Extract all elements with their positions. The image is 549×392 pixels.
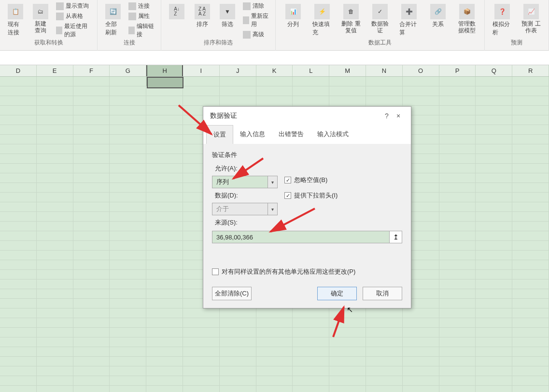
cell[interactable] xyxy=(512,260,549,270)
cell[interactable] xyxy=(183,376,220,386)
cell[interactable] xyxy=(439,376,476,386)
cell[interactable] xyxy=(476,366,512,376)
cell[interactable] xyxy=(110,96,146,106)
cell[interactable] xyxy=(476,280,512,289)
text-to-columns-button[interactable]: 📊分列 xyxy=(282,2,305,30)
cell[interactable] xyxy=(220,337,256,347)
cell[interactable] xyxy=(439,366,476,376)
cell[interactable] xyxy=(476,260,512,270)
cell[interactable] xyxy=(439,231,476,241)
cell[interactable] xyxy=(476,96,512,106)
cell[interactable] xyxy=(256,376,293,386)
tab-input-message[interactable]: 输入信息 xyxy=(233,125,272,144)
cell[interactable] xyxy=(0,135,37,144)
formula-input[interactable] xyxy=(0,51,549,65)
column-header-E[interactable]: E xyxy=(37,65,73,76)
cell[interactable] xyxy=(146,183,183,193)
column-header-Q[interactable]: Q xyxy=(476,65,512,76)
cell[interactable] xyxy=(256,347,293,357)
cell[interactable] xyxy=(439,164,476,173)
cell[interactable] xyxy=(476,241,512,251)
cell[interactable] xyxy=(366,347,403,357)
cell[interactable] xyxy=(512,212,549,222)
ok-button[interactable]: 确定 xyxy=(317,287,357,300)
cell[interactable] xyxy=(110,299,146,308)
cell[interactable] xyxy=(512,125,549,135)
cell[interactable] xyxy=(256,357,293,366)
cell[interactable] xyxy=(37,260,73,270)
in-cell-dropdown-checkbox[interactable]: ✓ 提供下拉箭头(I) xyxy=(284,191,338,200)
cell[interactable] xyxy=(512,173,549,183)
cell[interactable] xyxy=(256,86,293,96)
cell[interactable] xyxy=(110,144,146,154)
column-header-L[interactable]: L xyxy=(293,65,329,76)
cell[interactable] xyxy=(403,366,439,376)
cell[interactable] xyxy=(293,337,329,347)
remove-duplicates-button[interactable]: 🗑删除 重复值 xyxy=(339,2,363,36)
cell[interactable] xyxy=(476,337,512,347)
cell[interactable] xyxy=(37,386,73,392)
cell[interactable] xyxy=(512,183,549,193)
cell[interactable] xyxy=(146,270,183,280)
cell[interactable] xyxy=(37,154,73,164)
cell[interactable] xyxy=(366,386,403,392)
cell[interactable] xyxy=(0,289,37,299)
clear-filter-button[interactable]: 清除 xyxy=(243,2,269,10)
cell[interactable] xyxy=(73,260,110,270)
cell[interactable] xyxy=(256,318,293,328)
cell[interactable] xyxy=(476,376,512,386)
cell[interactable] xyxy=(439,347,476,357)
cell[interactable] xyxy=(37,376,73,386)
cell[interactable] xyxy=(220,386,256,392)
cell[interactable] xyxy=(329,357,366,366)
cell[interactable] xyxy=(73,376,110,386)
cell[interactable] xyxy=(0,164,37,173)
cell[interactable] xyxy=(146,231,183,241)
cell[interactable] xyxy=(146,251,183,260)
cell[interactable] xyxy=(476,251,512,260)
cell[interactable] xyxy=(329,308,366,318)
cell[interactable] xyxy=(183,308,220,318)
cell[interactable] xyxy=(146,125,183,135)
cell[interactable] xyxy=(403,328,439,337)
cell[interactable] xyxy=(110,251,146,260)
connections-button[interactable]: 连接 xyxy=(128,2,155,10)
cell[interactable] xyxy=(37,212,73,222)
cell[interactable] xyxy=(37,241,73,251)
cell[interactable] xyxy=(439,173,476,183)
column-header-P[interactable]: P xyxy=(439,65,476,76)
cell[interactable] xyxy=(0,77,37,86)
sort-button[interactable]: Z AA Z 排序 xyxy=(192,2,211,30)
cell[interactable] xyxy=(73,308,110,318)
cell[interactable] xyxy=(512,270,549,280)
cell[interactable] xyxy=(293,308,329,318)
cell[interactable] xyxy=(110,337,146,347)
cell[interactable] xyxy=(146,260,183,270)
forecast-sheet-button[interactable]: 📈预测 工作表 xyxy=(520,2,543,36)
dialog-help-button[interactable]: ? xyxy=(381,112,393,120)
allow-dropdown-button[interactable]: ▾ xyxy=(268,176,278,188)
cell[interactable] xyxy=(73,106,110,115)
cell[interactable] xyxy=(256,366,293,376)
cell[interactable] xyxy=(476,308,512,318)
cell[interactable] xyxy=(476,164,512,173)
cell[interactable] xyxy=(37,183,73,193)
cell[interactable] xyxy=(476,270,512,280)
cell[interactable] xyxy=(110,347,146,357)
cell[interactable] xyxy=(0,386,37,392)
cell[interactable] xyxy=(110,125,146,135)
cell[interactable] xyxy=(37,222,73,231)
cell[interactable] xyxy=(146,173,183,183)
cell[interactable] xyxy=(256,386,293,392)
cell[interactable] xyxy=(73,96,110,106)
cell[interactable] xyxy=(439,280,476,289)
cell[interactable] xyxy=(146,164,183,173)
cell[interactable] xyxy=(512,222,549,231)
cell[interactable] xyxy=(512,357,549,366)
cell[interactable] xyxy=(403,308,439,318)
cell[interactable] xyxy=(110,222,146,231)
cell[interactable] xyxy=(476,154,512,164)
column-header-K[interactable]: K xyxy=(256,65,293,76)
cell[interactable] xyxy=(0,280,37,289)
cell[interactable] xyxy=(220,86,256,96)
